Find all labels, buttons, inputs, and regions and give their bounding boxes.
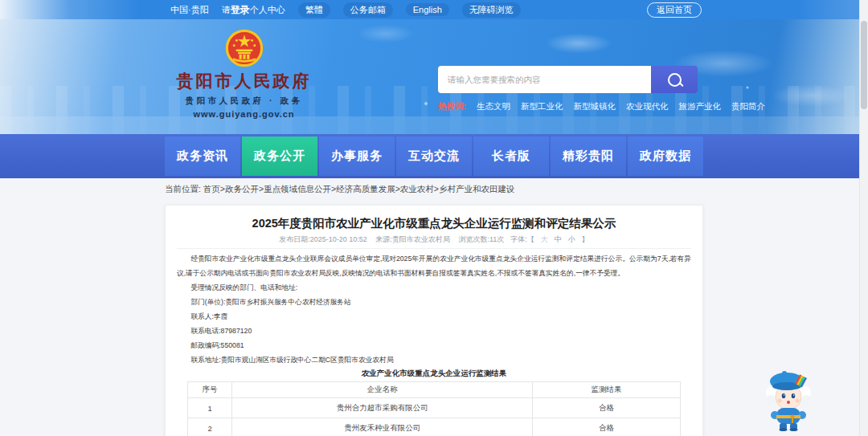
table-row: 1 贵州合力超市采购有限公司 合格 bbox=[188, 398, 681, 418]
breadcrumb-label: 当前位置: bbox=[165, 184, 201, 194]
region-link[interactable]: 中国·贵阳 bbox=[170, 4, 209, 16]
col-header-result: 监测结果 bbox=[533, 382, 681, 398]
search-button[interactable] bbox=[651, 66, 698, 93]
english-link[interactable]: English bbox=[406, 3, 449, 16]
article-paragraph: 联系人:李霞 bbox=[177, 309, 691, 324]
site-subtitle: 贵阳市人民政府 · 政务 bbox=[158, 96, 330, 107]
national-emblem-icon bbox=[225, 29, 264, 67]
article-meta: 发布日期:2025-10-20 10:52 来源:贵阳市农业农村局 浏览次数:1… bbox=[177, 234, 691, 249]
table-caption: 农业产业化市级重点龙头企业运行监测结果 bbox=[177, 368, 691, 379]
site-url: www.guiyang.gov.cn bbox=[158, 109, 330, 119]
scrollbar-track[interactable] bbox=[859, 0, 868, 436]
mascot-widget[interactable] bbox=[764, 367, 813, 431]
cell-no: 1 bbox=[188, 398, 232, 418]
cell-result: 合格 bbox=[533, 398, 681, 418]
font-size-label: 字体:【 bbox=[510, 235, 534, 243]
view-count: 浏览次数:11次 bbox=[458, 235, 504, 243]
accessibility-link[interactable]: 无障碍浏览 bbox=[462, 2, 521, 18]
search-box bbox=[438, 66, 699, 93]
nav-item-zhengwu-gongkai[interactable]: 政务公开 bbox=[242, 137, 317, 176]
hot-word-link[interactable]: 旅游产业化 bbox=[679, 101, 722, 112]
article-paragraph: 受理情况反映的部门、电话和地址: bbox=[177, 280, 691, 295]
monitor-result-table: 序号 企业名称 监测结果 1 贵州合力超市采购有限公司 合格 2 贵州友禾种业有… bbox=[187, 381, 681, 436]
hot-word-link[interactable]: 新型工业化 bbox=[521, 101, 563, 112]
cell-company: 贵州友禾种业有限公司 bbox=[232, 418, 533, 436]
nav-item-jingcai-guiyang[interactable]: 精彩贵阳 bbox=[551, 137, 626, 176]
font-size-small-button[interactable]: 小 bbox=[568, 235, 575, 243]
article-paragraph: 联系电话:87987120 bbox=[177, 324, 691, 338]
font-size-large-button[interactable]: 大 bbox=[541, 235, 548, 243]
cell-no: 2 bbox=[188, 418, 232, 436]
hot-word-link[interactable]: 新型城镇化 bbox=[574, 101, 616, 112]
breadcrumb: 当前位置: 首页>政务公开>重点领域信息公开>经济高质量发展>农业农村>乡村产业… bbox=[165, 184, 515, 195]
nav-items: 政务资讯 政务公开 办事服务 互动交流 长者版 精彩贵阳 政府数据 bbox=[165, 137, 703, 176]
article-title: 2025年度贵阳市农业产业化市级重点龙头企业运行监测和评定结果公示 bbox=[177, 216, 691, 231]
nav-item-banshi-fuwu[interactable]: 办事服务 bbox=[319, 137, 395, 176]
hot-search-words: 热搜词: 生态文明 新型工业化 新型城镇化 农业现代化 旅游产业化 贵阳简介 bbox=[438, 101, 699, 112]
site-logo[interactable]: 贵阳市人民政府 贵阳市人民政府 · 政务 www.guiyang.gov.cn bbox=[158, 29, 330, 119]
login-suffix: 个人中心 bbox=[250, 5, 285, 14]
scrollbar-thumb[interactable] bbox=[861, 21, 867, 109]
search-area: 热搜词: 生态文明 新型工业化 新型城镇化 农业现代化 旅游产业化 贵阳简介 bbox=[438, 66, 699, 112]
article-paragraph: 邮政编码:550081 bbox=[177, 338, 691, 352]
article-body: 经贵阳市农业产业化市级重点龙头企业联席会议成员单位审定,现对2025年开展的农业… bbox=[177, 251, 691, 367]
hot-word-link[interactable]: 农业现代化 bbox=[626, 101, 669, 112]
article-paragraph: 联系地址:贵阳市观山湖区市级行政中心二期C区贵阳市农业农村局 bbox=[177, 352, 691, 367]
table-row: 2 贵州友禾种业有限公司 合格 bbox=[188, 418, 681, 436]
search-input[interactable] bbox=[438, 66, 651, 93]
article-paragraph: 经贵阳市农业产业化市级重点龙头企业联席会议成员单位审定,现对2025年开展的农业… bbox=[177, 251, 691, 280]
topbar-links: 中国·贵阳 请登录个人中心 繁體 公务邮箱 English 无障碍浏览 bbox=[170, 2, 521, 18]
article-paragraph: 部门(单位):贵阳市乡村振兴服务中心农村经济服务站 bbox=[177, 295, 691, 309]
cell-result: 合格 bbox=[533, 418, 681, 436]
nav-item-hudong-jiaoliu[interactable]: 互动交流 bbox=[396, 137, 472, 176]
header-banner: 贵阳市人民政府 贵阳市人民政府 · 政务 www.guiyang.gov.cn … bbox=[0, 19, 868, 134]
table-header-row: 序号 企业名称 监测结果 bbox=[188, 382, 681, 398]
traditional-chinese-link[interactable]: 繁體 bbox=[298, 2, 330, 18]
nav-item-zhengfu-shuju[interactable]: 政府数据 bbox=[628, 137, 703, 176]
search-icon bbox=[668, 73, 682, 87]
nav-item-zhengwu-zixun[interactable]: 政务资讯 bbox=[165, 137, 240, 176]
breadcrumb-path[interactable]: 首页>政务公开>重点领域信息公开>经济高质量发展>农业农村>乡村产业和农田建设 bbox=[203, 184, 515, 194]
article-source: 来源:贵阳市农业农村局 bbox=[375, 235, 450, 243]
login-strong: 登录 bbox=[231, 4, 250, 15]
hot-search-label: 热搜词: bbox=[438, 101, 466, 112]
top-utility-bar: 中国·贵阳 请登录个人中心 繁體 公务邮箱 English 无障碍浏览 返回首页 bbox=[0, 0, 868, 19]
cell-company: 贵州合力超市采购有限公司 bbox=[232, 398, 533, 418]
login-prefix: 请 bbox=[222, 5, 231, 14]
site-title: 贵阳市人民政府 bbox=[158, 70, 330, 92]
hot-word-link[interactable]: 生态文明 bbox=[477, 101, 510, 112]
article-card: 2025年度贵阳市农业产业化市级重点龙头企业运行监测和评定结果公示 发布日期:2… bbox=[165, 205, 703, 436]
main-navigation: 政务资讯 政务公开 办事服务 互动交流 长者版 精彩贵阳 政府数据 bbox=[0, 134, 868, 178]
publish-date: 发布日期:2025-10-20 10:52 bbox=[279, 235, 367, 243]
col-header-company: 企业名称 bbox=[232, 382, 533, 398]
font-size-medium-button[interactable]: 中 bbox=[555, 235, 562, 243]
nav-item-zhangzhe-ban[interactable]: 长者版 bbox=[473, 137, 549, 176]
login-link[interactable]: 请登录个人中心 bbox=[222, 3, 285, 17]
col-header-no: 序号 bbox=[188, 382, 232, 398]
official-mail-link[interactable]: 公务邮箱 bbox=[343, 2, 393, 18]
font-size-label-close: 】 bbox=[582, 235, 589, 243]
back-home-button[interactable]: 返回首页 bbox=[647, 2, 702, 18]
hot-word-link[interactable]: 贵阳简介 bbox=[731, 101, 765, 112]
